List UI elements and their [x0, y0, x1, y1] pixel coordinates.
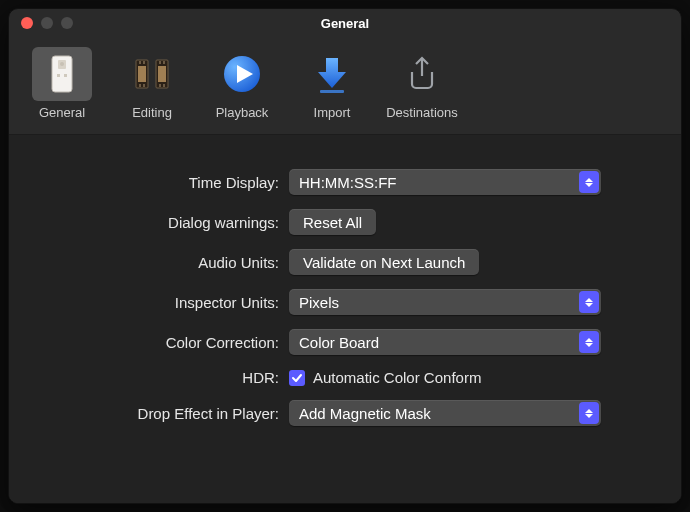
window-controls: [9, 17, 73, 29]
svg-rect-11: [139, 84, 141, 87]
select-time-display[interactable]: HH:MM:SS:FF: [289, 169, 601, 195]
toolbar-item-destinations[interactable]: Destinations: [377, 41, 467, 120]
svg-rect-14: [163, 61, 165, 64]
toolbar-item-label: Destinations: [386, 105, 458, 120]
toolbar-item-import[interactable]: Import: [287, 41, 377, 120]
toolbar-item-label: Playback: [216, 105, 269, 120]
label-hdr: HDR:: [29, 369, 289, 386]
toolbar: General Editing: [9, 37, 681, 135]
label-audio-units: Audio Units:: [29, 254, 289, 271]
select-value: Color Board: [299, 334, 379, 351]
select-value: Pixels: [299, 294, 339, 311]
toolbar-item-label: Import: [314, 105, 351, 120]
toolbar-item-label: Editing: [132, 105, 172, 120]
select-value: HH:MM:SS:FF: [299, 174, 397, 191]
label-color-correction: Color Correction:: [29, 334, 289, 351]
button-validate-audio[interactable]: Validate on Next Launch: [289, 249, 479, 275]
toolbar-item-general[interactable]: General: [17, 41, 107, 120]
dropdown-stepper-icon: [579, 171, 599, 193]
svg-rect-15: [159, 84, 161, 87]
editing-icon: [122, 47, 182, 101]
toolbar-item-label: General: [39, 105, 85, 120]
titlebar: General: [9, 9, 681, 37]
checkbox-hdr-auto-conform[interactable]: [289, 370, 305, 386]
dropdown-stepper-icon: [579, 402, 599, 424]
label-drop-effect: Drop Effect in Player:: [29, 405, 289, 422]
svg-rect-16: [163, 84, 165, 87]
close-window-button[interactable]: [21, 17, 33, 29]
playback-icon: [212, 47, 272, 101]
destinations-icon: [392, 47, 452, 101]
toolbar-item-playback[interactable]: Playback: [197, 41, 287, 120]
window-title: General: [9, 16, 681, 31]
svg-point-2: [60, 62, 64, 66]
svg-rect-12: [143, 84, 145, 87]
svg-rect-9: [139, 61, 141, 64]
preferences-window: General General: [8, 8, 682, 504]
svg-rect-19: [320, 90, 344, 93]
svg-rect-3: [57, 74, 60, 77]
select-value: Add Magnetic Mask: [299, 405, 431, 422]
label-dialog-warnings: Dialog warnings:: [29, 214, 289, 231]
svg-rect-13: [159, 61, 161, 64]
toolbar-item-editing[interactable]: Editing: [107, 41, 197, 120]
svg-rect-8: [158, 66, 166, 82]
select-color-correction[interactable]: Color Board: [289, 329, 601, 355]
label-time-display: Time Display:: [29, 174, 289, 191]
svg-rect-4: [64, 74, 67, 77]
svg-rect-10: [143, 61, 145, 64]
button-label: Validate on Next Launch: [303, 254, 465, 271]
select-drop-effect[interactable]: Add Magnetic Mask: [289, 400, 601, 426]
import-icon: [302, 47, 362, 101]
general-icon: [32, 47, 92, 101]
dropdown-stepper-icon: [579, 291, 599, 313]
button-label: Reset All: [303, 214, 362, 231]
select-inspector-units[interactable]: Pixels: [289, 289, 601, 315]
svg-rect-7: [138, 66, 146, 82]
zoom-window-button[interactable]: [61, 17, 73, 29]
button-reset-all[interactable]: Reset All: [289, 209, 376, 235]
checkbox-label: Automatic Color Conform: [313, 369, 481, 386]
minimize-window-button[interactable]: [41, 17, 53, 29]
label-inspector-units: Inspector Units:: [29, 294, 289, 311]
dropdown-stepper-icon: [579, 331, 599, 353]
content-area: Time Display: HH:MM:SS:FF Dialog warning…: [9, 135, 681, 503]
